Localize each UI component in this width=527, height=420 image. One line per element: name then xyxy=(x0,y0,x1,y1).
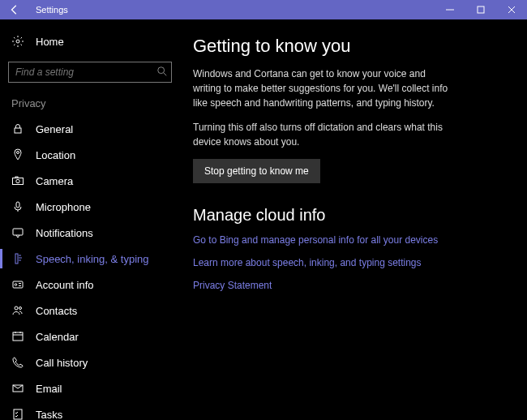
gear-icon xyxy=(11,35,24,48)
window-controls xyxy=(435,0,527,19)
svg-line-6 xyxy=(164,73,167,76)
nav-label: Tasks xyxy=(36,409,62,421)
nav-label: Account info xyxy=(36,279,94,291)
nav-label: Email xyxy=(36,383,62,395)
body-text-2: Turning this off also turns off dictatio… xyxy=(193,120,452,149)
sidebar: Home Privacy GeneralLocationCameraMicrop… xyxy=(0,19,180,420)
arrow-left-icon xyxy=(9,4,20,15)
sidebar-item-speech-inking-typing[interactable]: Speech, inking, & typing xyxy=(0,246,180,272)
link-privacy-statement[interactable]: Privacy Statement xyxy=(193,280,506,291)
svg-point-9 xyxy=(16,179,19,182)
stop-getting-to-know-me-button[interactable]: Stop getting to know me xyxy=(193,159,320,183)
sidebar-item-call-history[interactable]: Call history xyxy=(0,349,180,375)
tasks-icon xyxy=(11,408,24,420)
svg-rect-7 xyxy=(15,128,21,133)
sidebar-item-calendar[interactable]: Calendar xyxy=(0,324,180,349)
svg-rect-11 xyxy=(16,202,19,208)
svg-point-21 xyxy=(15,306,18,310)
close-icon xyxy=(508,6,516,14)
sidebar-item-camera[interactable]: Camera xyxy=(0,168,180,194)
sidebar-item-account-info[interactable]: Account info xyxy=(0,272,180,298)
link-learn-more[interactable]: Learn more about speech, inking, and typ… xyxy=(193,257,506,268)
minimize-button[interactable] xyxy=(435,0,465,19)
nav-list: GeneralLocationCameraMicrophoneNotificat… xyxy=(0,116,180,420)
search-wrap xyxy=(8,62,172,83)
location-icon xyxy=(11,148,24,161)
search-input[interactable] xyxy=(8,62,172,83)
nav-label: Call history xyxy=(36,357,88,369)
account-icon xyxy=(11,278,24,291)
svg-rect-12 xyxy=(13,229,23,235)
svg-rect-23 xyxy=(13,332,23,341)
nav-label: Notifications xyxy=(36,227,93,239)
titlebar: Settings xyxy=(0,0,527,19)
back-button[interactable] xyxy=(0,0,29,19)
camera-icon xyxy=(11,174,24,187)
nav-label: Location xyxy=(36,149,75,161)
sidebar-item-microphone[interactable]: Microphone xyxy=(0,194,180,220)
section-title: Privacy xyxy=(0,92,180,116)
svg-point-5 xyxy=(158,67,165,74)
home-nav[interactable]: Home xyxy=(0,28,180,55)
nav-label: Microphone xyxy=(36,201,91,213)
content: Getting to know you Windows and Cortana … xyxy=(180,19,527,420)
call-icon xyxy=(11,356,24,369)
heading-manage-cloud-info: Manage cloud info xyxy=(193,206,506,225)
link-bing-personal-info[interactable]: Go to Bing and manage personal info for … xyxy=(193,234,506,246)
svg-rect-13 xyxy=(15,254,18,264)
minimize-icon xyxy=(446,6,454,14)
svg-point-4 xyxy=(16,40,19,43)
svg-rect-28 xyxy=(14,409,22,419)
close-button[interactable] xyxy=(496,0,527,19)
sidebar-item-general[interactable]: General xyxy=(0,116,180,142)
home-label: Home xyxy=(36,36,64,48)
sidebar-item-contacts[interactable]: Contacts xyxy=(0,298,180,324)
lock-icon xyxy=(11,122,24,135)
sidebar-item-tasks[interactable]: Tasks xyxy=(0,401,180,420)
nav-label: General xyxy=(36,123,73,135)
svg-rect-8 xyxy=(13,178,24,185)
nav-label: Speech, inking, & typing xyxy=(36,253,148,265)
contacts-icon xyxy=(11,304,24,317)
nav-label: Contacts xyxy=(36,305,77,317)
notifications-icon xyxy=(11,226,24,239)
sidebar-item-notifications[interactable]: Notifications xyxy=(0,220,180,246)
body-text-1: Windows and Cortana can get to know your… xyxy=(193,66,452,110)
heading-getting-to-know-you: Getting to know you xyxy=(193,36,506,57)
email-icon xyxy=(11,382,24,395)
maximize-icon xyxy=(477,6,485,14)
search-icon xyxy=(156,66,168,77)
svg-rect-1 xyxy=(478,6,484,13)
nav-label: Calendar xyxy=(36,331,79,343)
sidebar-item-location[interactable]: Location xyxy=(0,142,180,168)
svg-point-22 xyxy=(19,307,22,310)
maximize-button[interactable] xyxy=(465,0,496,19)
nav-label: Camera xyxy=(36,175,73,187)
svg-rect-10 xyxy=(15,177,18,178)
microphone-icon xyxy=(11,200,24,213)
sidebar-item-email[interactable]: Email xyxy=(0,375,180,401)
svg-point-18 xyxy=(15,284,17,286)
calendar-icon xyxy=(11,330,24,343)
speech-icon xyxy=(11,252,24,265)
window-title: Settings xyxy=(29,5,435,15)
